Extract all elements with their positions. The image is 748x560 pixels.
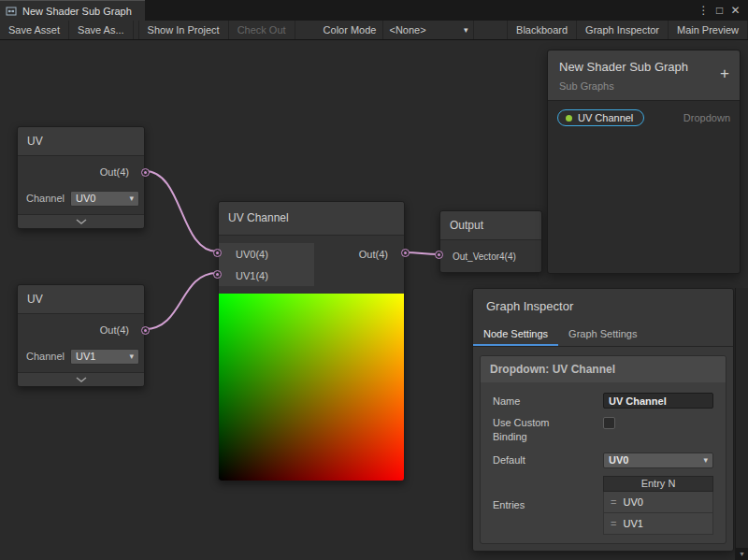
entry-row[interactable]: = UV0 — [603, 492, 713, 513]
blackboard-item-label: UV Channel — [578, 112, 633, 123]
channel-control-row: Channel UV1 ▾ — [26, 348, 139, 365]
channel-dropdown[interactable]: UV1 ▾ — [70, 349, 139, 365]
name-label: Name — [493, 395, 603, 407]
chevron-down-icon: ▾ — [129, 352, 134, 361]
use-custom-binding-label: Use Custom Binding — [493, 416, 573, 445]
entries-list-header: Entry N — [603, 476, 713, 492]
output-port[interactable] — [141, 326, 150, 335]
entry-value: UV0 — [623, 496, 642, 508]
exposed-dot-icon — [566, 115, 572, 122]
collapse-button[interactable] — [18, 214, 144, 228]
output-port-label: Out(4) — [100, 324, 129, 336]
drag-handle-icon[interactable]: = — [611, 518, 616, 529]
input-row: UV0(4) — [219, 243, 314, 265]
blackboard-header[interactable]: New Shader Sub Graph Sub Graphs + — [548, 50, 740, 101]
output-column: Out(4) — [359, 243, 404, 265]
tab-node-settings[interactable]: Node Settings — [473, 322, 558, 346]
input-column: UV0(4) UV1(4) — [219, 243, 314, 286]
show-in-project-button[interactable]: Show In Project — [138, 21, 229, 39]
uv-channel-node[interactable]: UV Channel UV0(4) UV1(4) Out(4) — [218, 201, 405, 481]
node-title[interactable]: UV Channel — [219, 202, 404, 236]
collapse-button[interactable] — [18, 372, 144, 386]
default-field-row: Default UV0 ▾ — [493, 452, 713, 468]
tab-bar: New Shader Sub Graph ⋮ □ ✕ — [0, 0, 748, 21]
uv-node-top[interactable]: UV Out(4) Channel UV0 ▾ — [17, 126, 145, 229]
collapse-chevron-icon — [76, 219, 87, 224]
input-port-uv0[interactable] — [213, 249, 222, 257]
color-mode-label: Color Mode — [295, 21, 383, 39]
name-field-row: Name UV Channel — [493, 393, 713, 409]
channel-label: Channel — [26, 193, 67, 204]
node-io: UV0(4) UV1(4) Out(4) — [219, 236, 404, 294]
output-row: Out(4) — [18, 156, 144, 190]
channel-value: UV1 — [76, 351, 95, 362]
edge-uv0[interactable] — [145, 171, 217, 251]
inspector-fields: Name UV Channel Use Custom Binding Defau… — [481, 382, 726, 544]
input-port-label: UV0(4) — [236, 249, 268, 260]
tab-graph-settings[interactable]: Graph Settings — [558, 322, 647, 346]
node-title[interactable]: Output — [440, 211, 541, 240]
name-input[interactable]: UV Channel — [603, 393, 713, 409]
uv-node-bottom[interactable]: UV Out(4) Channel UV1 ▾ — [17, 284, 145, 387]
input-port-label: Out_Vector4(4) — [453, 251, 516, 262]
channel-value: UV0 — [76, 193, 95, 204]
output-row: Out(4) — [18, 314, 144, 348]
input-port-uv1[interactable] — [213, 270, 222, 279]
color-mode-value: <None> — [389, 24, 425, 36]
save-as-button[interactable]: Save As... — [69, 21, 134, 39]
save-asset-button[interactable]: Save Asset — [0, 21, 69, 39]
channel-label: Channel — [26, 351, 67, 362]
collapse-chevron-icon — [76, 377, 87, 382]
chevron-down-icon: ▾ — [129, 194, 134, 203]
main-preview-toggle-button[interactable]: Main Preview — [669, 21, 748, 39]
chevron-down-icon: ▾ — [703, 456, 708, 465]
close-icon[interactable]: ✕ — [727, 4, 743, 17]
graph-inspector-panel: Graph Inspector Node Settings Graph Sett… — [472, 288, 734, 552]
scroll-down-button[interactable]: ▾ — [736, 548, 748, 560]
shader-graph-window: New Shader Sub Graph ⋮ □ ✕ Save Asset Sa… — [0, 0, 748, 560]
shader-graph-icon — [6, 6, 17, 17]
document-tab[interactable]: New Shader Sub Graph — [0, 0, 145, 21]
node-settings-box: Dropdown: UV Channel Name UV Channel Use… — [480, 355, 726, 544]
input-port-label: UV1(4) — [236, 270, 268, 281]
tab-title: New Shader Sub Graph — [22, 6, 132, 17]
custom-binding-field-row: Use Custom Binding — [493, 416, 713, 445]
inspector-tabs: Node Settings Graph Settings — [473, 322, 733, 347]
output-port[interactable] — [141, 168, 150, 177]
entry-row[interactable]: = UV1 — [603, 513, 713, 535]
check-out-button: Check Out — [229, 21, 295, 39]
graph-canvas[interactable]: UV Out(4) Channel UV0 ▾ UV Out(4) — [0, 40, 748, 560]
blackboard-item-row: UV Channel Dropdown — [548, 101, 740, 135]
entries-list: Entry N = UV0 = UV1 — [603, 476, 713, 535]
blackboard-panel: New Shader Sub Graph Sub Graphs + UV Cha… — [547, 50, 741, 274]
blackboard-subtitle: Sub Graphs — [559, 80, 728, 92]
maximize-icon[interactable]: □ — [712, 4, 727, 17]
add-property-button[interactable]: + — [720, 65, 729, 83]
blackboard-item-uv-channel[interactable]: UV Channel — [557, 109, 644, 126]
default-value: UV0 — [609, 454, 628, 466]
graph-inspector-toggle-button[interactable]: Graph Inspector — [577, 21, 669, 39]
node-title[interactable]: UV — [18, 285, 144, 314]
node-preview-gradient — [219, 294, 404, 481]
channel-dropdown[interactable]: UV0 ▾ — [70, 191, 139, 207]
scroll-down-icon: ▾ — [740, 550, 743, 558]
input-row: Out_Vector4(4) — [440, 240, 541, 272]
blackboard-toggle-button[interactable]: Blackboard — [507, 21, 577, 39]
drag-handle-icon[interactable]: = — [611, 496, 616, 508]
edge-out[interactable] — [405, 252, 439, 254]
blackboard-title: New Shader Sub Graph — [559, 60, 728, 74]
vertical-scrollbar[interactable]: ▾ — [735, 288, 748, 560]
menu-icon[interactable]: ⋮ — [696, 4, 712, 17]
blackboard-item-type: Dropdown — [683, 112, 730, 123]
edge-uv1[interactable] — [145, 273, 217, 329]
color-mode-dropdown[interactable]: <None> ▾ — [382, 21, 474, 39]
output-port[interactable] — [401, 249, 410, 257]
use-custom-binding-checkbox[interactable] — [603, 417, 615, 429]
default-dropdown[interactable]: UV0 ▾ — [603, 452, 713, 468]
node-title[interactable]: UV — [18, 127, 144, 156]
input-port[interactable] — [435, 251, 443, 259]
inspector-title[interactable]: Graph Inspector — [473, 289, 733, 322]
output-node[interactable]: Output Out_Vector4(4) — [439, 210, 542, 273]
chevron-down-icon: ▾ — [464, 26, 468, 35]
channel-control-row: Channel UV0 ▾ — [26, 190, 139, 207]
